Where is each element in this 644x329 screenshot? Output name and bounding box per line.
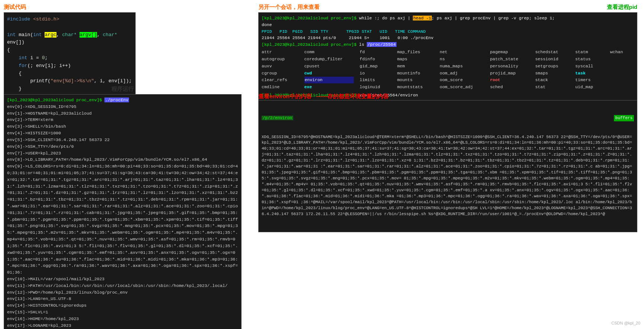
code-line-5: int i = 0; xyxy=(7,54,132,62)
code-line-4: { xyxy=(7,47,132,54)
file-ns: ns xyxy=(440,56,484,63)
vim-content: XDG_SESSION_ID=6795^@HOSTNAME=kpl_2023al… xyxy=(262,134,634,217)
file-io: io xyxy=(360,70,391,77)
file-loginuid: loginuid xyxy=(360,84,391,90)
file-timers: timers xyxy=(575,77,604,83)
terminal-line-5: env[4]->HISTSIZE=1000 xyxy=(7,130,238,137)
file-map_files: map_files xyxy=(397,49,434,55)
file-cwd: cwd xyxy=(304,70,354,77)
file-exe: exe xyxy=(304,84,354,90)
file-fdinfo: fdinfo xyxy=(360,56,391,63)
file-limits: limits xyxy=(360,77,391,83)
file-status: status xyxy=(575,56,604,63)
terminal-line-7: env[6]->SSH_TTY=/dev/pts/0 xyxy=(7,143,238,150)
code-line-2 xyxy=(7,23,132,31)
right-top-title: 另开一个会话，用来查看 xyxy=(258,4,320,11)
t2-files: attr comm fd map_files net pagemap sched… xyxy=(262,49,634,90)
t2-line1: [kpl_2023@kpl_2023alicloud proc_env]$ wh… xyxy=(262,15,634,22)
file-root: root xyxy=(490,77,530,83)
t2-line1b: done xyxy=(262,22,634,28)
file-syscall: syscall xyxy=(575,63,604,70)
vim-status-bar: /p/2/environbuffers xyxy=(262,115,634,121)
right-top-title-row: 另开一个会话，用来查看 查看进程pid xyxy=(258,4,637,12)
file-sched: sched xyxy=(490,84,530,90)
t2-proc: 21944 25564 25564 21944 pts/0 21944 S+ 1… xyxy=(262,35,634,41)
terminal-line-6: env[5]->SSH_CLIENT=36.4.240.147 56373 22 xyxy=(7,137,238,143)
code-title: 测试代码 xyxy=(4,4,136,11)
terminal-title: 程序运行 xyxy=(4,86,242,93)
terminal-line-4: env[3]->SHELL=/bin/bash xyxy=(7,123,238,130)
file-schedstat: schedstat xyxy=(535,49,569,55)
file-mem: mem xyxy=(397,63,434,70)
terminal-line-18: env[17]->LOGNAME=kpl_2023 xyxy=(7,322,238,329)
file-maps: maps xyxy=(397,56,434,63)
file-mountstats: mountstats xyxy=(397,84,434,90)
file-auxv: auxv xyxy=(262,63,298,70)
file-empty3 xyxy=(610,70,634,77)
file-oom_adj: oom_adj xyxy=(440,70,484,77)
code-line-6: for(; env[i]; i++) xyxy=(7,62,132,70)
terminal-line-10: env[9]->LS_COLORS=rs=0:di=01;34:ln=01;36… xyxy=(7,163,238,276)
code-line-7: { xyxy=(7,70,132,78)
file-statm: statm xyxy=(575,49,604,55)
file-sessionid: sessionid xyxy=(535,56,569,63)
terminal-line-1: env[0]->XDG_SESSION_ID=6795 xyxy=(7,103,238,110)
t2-header: PPID PID PGID SID TTY TPGID STAT UID TIM… xyxy=(262,28,634,35)
terminal-line-2: env[1]->HOSTNAME=kpl_2023alicloud xyxy=(7,110,238,117)
file-comm: comm xyxy=(304,49,354,55)
terminal-line-8: env[7]->USER=kpl_2023 xyxy=(7,150,238,157)
file-setgroups: setgroups xyxy=(535,63,569,70)
file-empty4 xyxy=(610,77,634,83)
file-personality: personality xyxy=(490,63,530,70)
file-smaps: smaps xyxy=(535,70,569,77)
terminal-line-17: env[16]->HOME=/home/kpl_2023 xyxy=(7,316,238,322)
file-environ: environ xyxy=(304,77,354,83)
file-mounts: mounts xyxy=(397,77,434,83)
terminal-line-12: env[11]->PATH=/usr/local/bin:/usr/bin:/u… xyxy=(7,282,238,289)
terminal-line-13: env[12]->PWD=/home/kpl_2023/linux/blog/p… xyxy=(7,289,238,296)
terminal2: [kpl_2023@kpl_2023alicloud proc_env]$ wh… xyxy=(258,12,637,101)
file-numa_maps: numa_maps xyxy=(440,63,484,70)
file-net: net xyxy=(440,49,484,55)
code-line-1: #include <stdio.h> xyxy=(7,16,132,23)
code-line-8: printf("env[%d]->%s\n", i, env[i]); xyxy=(7,77,132,85)
file-empty5 xyxy=(610,84,634,90)
file-cgroup: cgroup xyxy=(262,70,298,77)
terminal-line-11: env[10]->MAIL=/var/spool/mail/kpl_2023 xyxy=(7,276,238,282)
file-task: task xyxy=(575,70,604,77)
file-clear_refs: clear_refs xyxy=(262,77,298,83)
terminal: [kpl_2023@kpl_2023alicloud proc_env]$ ./… xyxy=(4,94,242,329)
file-coredump: coredump_filter xyxy=(304,56,354,63)
file-mountinfo: mountinfo xyxy=(397,70,434,77)
file-uid_map: uid_map xyxy=(575,84,604,90)
right-bottom-title: 查看environ中的内容 ——存的都是环境变量的内容 xyxy=(258,93,389,99)
file-patch_state: patch_state xyxy=(490,56,530,63)
terminal3-vim: /p/2/environbuffers XDG_SESSION_ID=6795^… xyxy=(258,100,637,232)
file-stat: stat xyxy=(535,84,569,90)
terminal-line-15: env[14]->HISTCONTROL=ignoredups xyxy=(7,302,238,309)
file-empty2 xyxy=(610,63,634,70)
file-empty1 xyxy=(610,56,634,63)
file-cmdline: cmdline xyxy=(262,84,298,90)
file-wchan: wchan xyxy=(610,49,634,55)
right-top-panel: 另开一个会话，用来查看 查看进程pid [kpl_2023@kpl_2023al… xyxy=(258,4,637,101)
t2-line2: [kpl_2023@kpl_2023alicloud proc_env]$ ls… xyxy=(262,41,634,48)
watermark: CSDN @kpl_20 xyxy=(611,321,640,325)
file-autogroup: autogroup xyxy=(262,56,298,63)
code-line-3: int main(int argc, char* argv[], char* e… xyxy=(7,31,132,47)
file-gid_map: gid_map xyxy=(360,63,391,70)
file-pagemap: pagemap xyxy=(490,49,530,55)
terminal-line-9: env[8]->LD_LIBRARY_PATH=/home/kpl_2023/.… xyxy=(7,156,238,163)
right-bottom-title-row: 查看environ中的内容 ——存的都是环境变量的内容 xyxy=(258,93,637,100)
file-oom_score_adj: oom_score_adj xyxy=(440,84,484,90)
terminal-line-14: env[13]->LANG=en_US.UTF-8 xyxy=(7,296,238,302)
terminal-line-3: env[2]->TERM=xterm xyxy=(7,116,238,123)
terminal-line-cmd: [kpl_2023@kpl_2023alicloud proc_env]$ ./… xyxy=(7,97,238,103)
file-oom_score: oom_score xyxy=(440,77,484,83)
file-cpuset: cpuset xyxy=(304,63,354,70)
right-top-title2: 查看进程pid xyxy=(607,4,638,11)
file-stack: stack xyxy=(535,77,569,83)
file-fd: fd xyxy=(360,49,391,55)
terminal-line-16: env[15]->SHLVL=1 xyxy=(7,309,238,316)
terminal-panel: 程序运行 [kpl_2023@kpl_2023alicloud proc_env… xyxy=(4,86,242,329)
